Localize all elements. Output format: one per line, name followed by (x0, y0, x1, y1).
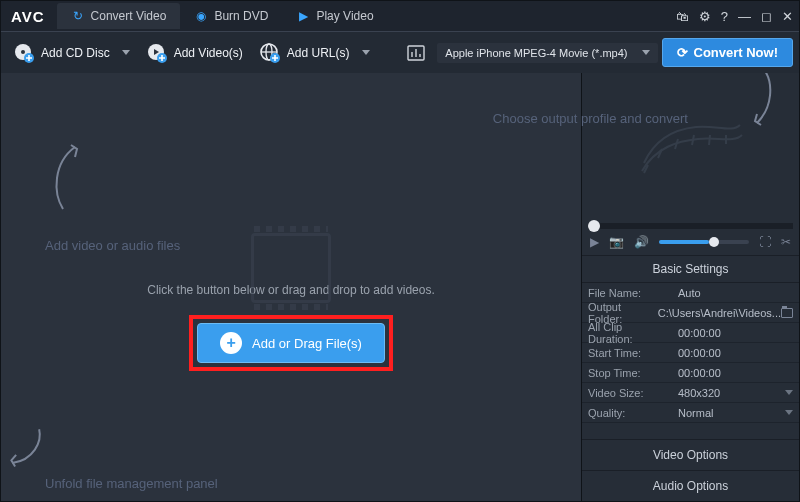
setting-value[interactable]: 00:00:00 (672, 347, 799, 359)
setting-key: Start Time: (582, 347, 672, 359)
setting-all-clip-duration: All Clip Duration: 00:00:00 (582, 323, 799, 343)
setting-quality: Quality: Normal (582, 403, 799, 423)
tool-label: Add Video(s) (174, 46, 243, 60)
chevron-down-icon (122, 50, 130, 55)
add-cd-disc-button[interactable]: Add CD Disc (7, 38, 136, 68)
tab-play-video[interactable]: ▶ Play Video (282, 3, 387, 29)
add-or-drag-files-button[interactable]: + Add or Drag File(s) (197, 323, 385, 363)
play-button[interactable]: ▶ (590, 235, 599, 249)
setting-start-time: Start Time: 00:00:00 (582, 343, 799, 363)
arrow-annotation-icon (5, 416, 55, 477)
setting-value[interactable]: Normal (672, 407, 799, 419)
tab-convert-video[interactable]: ↻ Convert Video (57, 3, 181, 29)
app-window: AVC ↻ Convert Video ◉ Burn DVD ▶ Play Vi… (0, 0, 800, 502)
toolbar: Add CD Disc Add Video(s) Add URL(s) Appl… (1, 31, 799, 73)
output-profile-select[interactable]: Apple iPhone MPEG-4 Movie (*.mp4) (437, 43, 657, 63)
seek-thumb-icon (588, 220, 600, 232)
drop-area[interactable]: Add video or audio files Click the butto… (1, 73, 581, 501)
add-videos-button[interactable]: Add Video(s) (140, 38, 249, 68)
video-plus-icon (146, 42, 168, 64)
tab-burn-dvd[interactable]: ◉ Burn DVD (180, 3, 282, 29)
fullscreen-button[interactable]: ⛶ (759, 235, 771, 249)
right-panel: Choose output profile and convert ▶ 📷 🔊 … (581, 73, 799, 501)
hint-unfold-panel: Unfold file management panel (45, 476, 218, 491)
add-urls-button[interactable]: Add URL(s) (253, 38, 376, 68)
setting-stop-time: Stop Time: 00:00:00 (582, 363, 799, 383)
svg-point-1 (21, 50, 25, 54)
tool-label: Add CD Disc (41, 46, 110, 60)
setting-key: Stop Time: (582, 367, 672, 379)
setting-value[interactable]: 00:00:00 (672, 367, 799, 379)
refresh-icon: ⟳ (677, 45, 688, 60)
setting-key: Video Size: (582, 387, 672, 399)
arrow-annotation-icon (749, 73, 779, 130)
convert-label: Convert Now! (694, 45, 779, 60)
audio-options-button[interactable]: Audio Options (582, 470, 799, 501)
video-options-button[interactable]: Video Options (582, 439, 799, 470)
titlebar-controls: 🛍 ⚙ ? — ◻ ✕ (676, 9, 793, 24)
setting-key: All Clip Duration: (582, 321, 672, 345)
disc-icon: ◉ (194, 9, 208, 23)
setting-key: Quality: (582, 407, 672, 419)
app-logo: AVC (11, 8, 45, 25)
chevron-down-icon (362, 50, 370, 55)
convert-now-button[interactable]: ⟳ Convert Now! (662, 38, 794, 67)
setting-video-size: Video Size: 480x320 (582, 383, 799, 403)
chevron-down-icon (785, 410, 793, 415)
setting-value[interactable]: 480x320 (672, 387, 799, 399)
tab-label: Play Video (316, 9, 373, 23)
preview-area: Choose output profile and convert (582, 73, 799, 223)
highlight-box: + Add or Drag File(s) (189, 315, 393, 371)
setting-value[interactable]: Auto (672, 287, 799, 299)
equalizer-icon (405, 42, 427, 64)
arrow-annotation-icon (45, 143, 85, 213)
minimize-button[interactable]: — (738, 9, 751, 24)
setting-value: 00:00:00 (672, 327, 799, 339)
setting-key: File Name: (582, 287, 672, 299)
film-reel-icon (636, 107, 746, 190)
cd-plus-icon (13, 42, 35, 64)
close-button[interactable]: ✕ (782, 9, 793, 24)
main-tabs: ↻ Convert Video ◉ Burn DVD ▶ Play Video (57, 3, 676, 29)
seek-slider[interactable] (588, 223, 793, 229)
hint-add-files: Add video or audio files (45, 238, 180, 253)
trim-button[interactable]: ✂ (781, 235, 791, 249)
play-icon: ▶ (296, 9, 310, 23)
volume-slider[interactable] (659, 240, 749, 244)
tab-label: Burn DVD (214, 9, 268, 23)
tab-label: Convert Video (91, 9, 167, 23)
plus-circle-icon: + (220, 332, 242, 354)
snapshot-button[interactable]: 📷 (609, 235, 624, 249)
output-profile-icon-button[interactable] (399, 38, 433, 68)
profile-label: Apple iPhone MPEG-4 Movie (*.mp4) (445, 47, 627, 59)
titlebar: AVC ↻ Convert Video ◉ Burn DVD ▶ Play Vi… (1, 1, 799, 31)
globe-plus-icon (259, 42, 281, 64)
volume-thumb-icon (709, 237, 719, 247)
film-ghost-icon (251, 233, 331, 303)
main-area: Add video or audio files Click the butto… (1, 73, 799, 501)
settings-header: Basic Settings (582, 256, 799, 283)
store-icon[interactable]: 🛍 (676, 9, 689, 24)
maximize-button[interactable]: ◻ (761, 9, 772, 24)
help-icon[interactable]: ? (721, 9, 728, 24)
add-drag-label: Add or Drag File(s) (252, 336, 362, 351)
mute-button[interactable]: 🔊 (634, 235, 649, 249)
player-controls: ▶ 📷 🔊 ⛶ ✂ (582, 229, 799, 256)
tool-label: Add URL(s) (287, 46, 350, 60)
options-section: Video Options Audio Options (582, 439, 799, 501)
folder-icon[interactable] (781, 308, 793, 318)
gear-icon[interactable]: ⚙ (699, 9, 711, 24)
refresh-icon: ↻ (71, 9, 85, 23)
setting-value[interactable]: C:\Users\Andrei\Videos... (652, 307, 799, 319)
chevron-down-icon (785, 390, 793, 395)
chevron-down-icon (642, 50, 650, 55)
